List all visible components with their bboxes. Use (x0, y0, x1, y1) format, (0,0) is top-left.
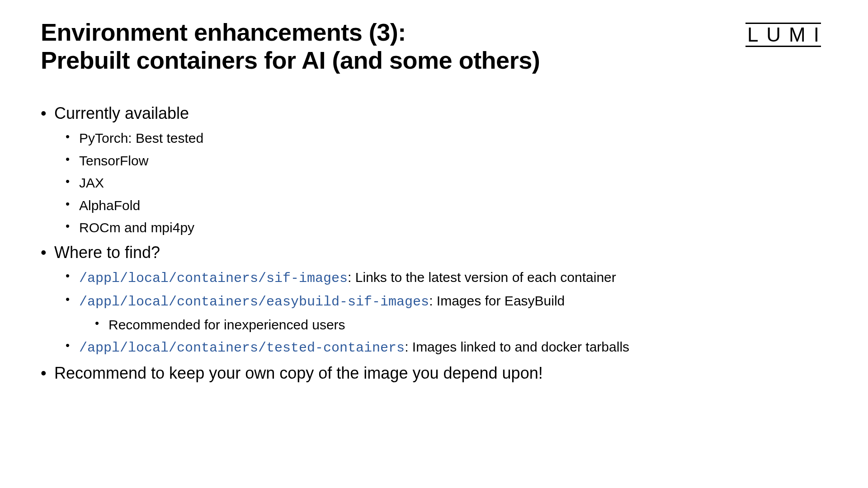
bullet-currently-available: Currently available (41, 101, 827, 126)
bullet-recommend-copy: Recommend to keep your own copy of the i… (41, 361, 827, 385)
slide-header: Environment enhancements (3): Prebuilt c… (41, 18, 827, 74)
code-path-tested: /appl/local/containers/tested-containers (79, 340, 405, 356)
lumi-logo: LUMI (747, 18, 827, 46)
text-easybuild-desc: : Images for EasyBuild (429, 293, 565, 308)
bullet-easybuild: /appl/local/containers/easybuild-sif-ima… (66, 291, 827, 312)
bullet-recommended: Recommended for inexperienced users (95, 315, 827, 335)
code-path-easybuild: /appl/local/containers/easybuild-sif-ima… (79, 294, 429, 310)
slide: Environment enhancements (3): Prebuilt c… (0, 0, 868, 488)
bullet-sif-images: /appl/local/containers/sif-images: Links… (66, 267, 827, 289)
slide-content: Currently available PyTorch: Best tested… (41, 101, 827, 385)
bullet-jax: JAX (66, 173, 827, 193)
text-sif-desc: : Links to the latest version of each co… (348, 270, 616, 285)
bullet-alphafold: AlphaFold (66, 196, 827, 216)
bullet-pytorch: PyTorch: Best tested (66, 128, 827, 148)
bullet-where-to-find: Where to find? (41, 240, 827, 265)
text-tested-desc: : Images linked to and docker tarballs (405, 339, 629, 354)
bullet-tested-containers: /appl/local/containers/tested-containers… (66, 337, 827, 358)
bullet-tensorflow: TensorFlow (66, 151, 827, 171)
slide-title-line2: Prebuilt containers for AI (and some oth… (41, 46, 747, 74)
bullet-rocm: ROCm and mpi4py (66, 218, 827, 238)
slide-title-line1: Environment enhancements (3): (41, 18, 747, 46)
title-block: Environment enhancements (3): Prebuilt c… (41, 18, 747, 74)
code-path-sif: /appl/local/containers/sif-images (79, 271, 348, 286)
